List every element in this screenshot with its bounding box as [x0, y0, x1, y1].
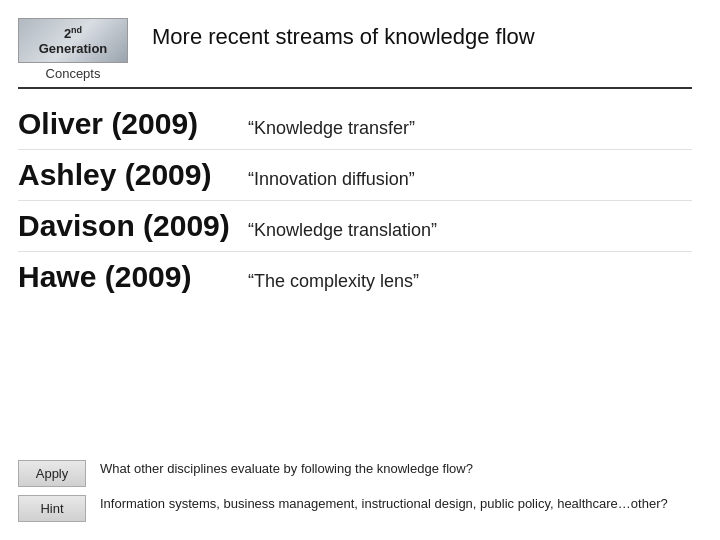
badge-block: 2nd Generation Concepts	[18, 18, 128, 81]
badge-subtitle: Concepts	[46, 66, 101, 81]
concept-desc-3: “The complexity lens”	[248, 271, 419, 292]
author-label-1: Ashley (2009)	[18, 158, 248, 192]
author-label-3: Hawe (2009)	[18, 260, 248, 294]
concepts-list: Oliver (2009) “Knowledge transfer” Ashle…	[18, 89, 692, 446]
concept-desc-2: “Knowledge translation”	[248, 220, 437, 241]
author-label-2: Davison (2009)	[18, 209, 248, 243]
concept-row-1: Ashley (2009) “Innovation diffusion”	[18, 150, 692, 201]
badge-superscript: nd	[71, 25, 82, 35]
apply-row: Apply What other disciplines evaluate by…	[18, 460, 692, 487]
author-label-0: Oliver (2009)	[18, 107, 248, 141]
header: 2nd Generation Concepts More recent stre…	[18, 18, 692, 89]
page: 2nd Generation Concepts More recent stre…	[0, 0, 720, 540]
bottom-section: Apply What other disciplines evaluate by…	[18, 460, 692, 522]
concept-desc-0: “Knowledge transfer”	[248, 118, 415, 139]
hint-text: Information systems, business management…	[100, 495, 668, 513]
concept-row-2: Davison (2009) “Knowledge translation”	[18, 201, 692, 252]
concept-row-3: Hawe (2009) “The complexity lens”	[18, 252, 692, 302]
apply-text: What other disciplines evaluate by follo…	[100, 460, 473, 478]
hint-row: Hint Information systems, business manag…	[18, 495, 692, 522]
generation-badge: 2nd Generation	[18, 18, 128, 63]
concept-desc-1: “Innovation diffusion”	[248, 169, 415, 190]
apply-button[interactable]: Apply	[18, 460, 86, 487]
hint-button[interactable]: Hint	[18, 495, 86, 522]
concept-row-0: Oliver (2009) “Knowledge transfer”	[18, 99, 692, 150]
header-title: More recent streams of knowledge flow	[152, 18, 535, 50]
badge-generation-text: Generation	[39, 41, 108, 56]
